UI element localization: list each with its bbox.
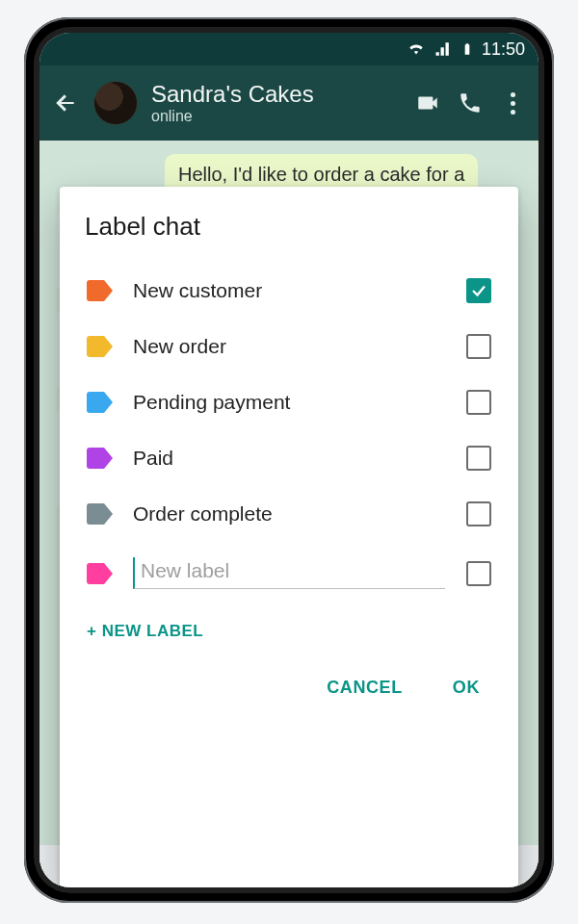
label-row[interactable]: Order complete (85, 486, 493, 542)
device-frame: 11:50 Sandra's Cakes online (24, 17, 554, 903)
label-row[interactable]: New customer (85, 263, 493, 319)
label-name: Paid (133, 447, 445, 470)
label-row[interactable]: Pending payment (85, 374, 493, 430)
label-checkbox[interactable] (466, 446, 491, 471)
add-new-label-button[interactable]: + NEW LABEL (85, 604, 493, 651)
label-name: New order (133, 335, 445, 358)
label-row[interactable]: New order (85, 319, 493, 374)
dialog-actions: CANCEL OK (85, 651, 493, 711)
label-row[interactable]: Paid (85, 430, 493, 486)
cancel-button[interactable]: CANCEL (319, 672, 410, 704)
ok-button[interactable]: OK (445, 672, 487, 704)
label-checkbox[interactable] (466, 278, 491, 303)
tag-icon (87, 448, 112, 469)
tag-icon (87, 280, 112, 301)
dialog-title: Label chat (85, 212, 493, 242)
label-checkbox[interactable] (466, 334, 491, 359)
new-label-input[interactable] (133, 557, 445, 589)
dialog-scrim: Label chat New customerNew orderPending … (39, 33, 539, 887)
label-name: Order complete (133, 502, 445, 526)
screen: 11:50 Sandra's Cakes online (39, 33, 539, 887)
label-name: New customer (133, 279, 445, 302)
label-checkbox[interactable] (466, 390, 491, 415)
label-checkbox[interactable] (466, 501, 491, 526)
tag-icon (87, 392, 112, 413)
tag-icon (87, 336, 112, 357)
tag-icon (87, 503, 112, 525)
label-list: New customerNew orderPending paymentPaid… (85, 263, 493, 542)
new-label-checkbox[interactable] (466, 561, 491, 586)
label-chat-dialog: Label chat New customerNew orderPending … (60, 187, 518, 887)
label-name: Pending payment (133, 391, 445, 414)
tag-icon (87, 563, 112, 584)
new-label-row (85, 542, 493, 604)
